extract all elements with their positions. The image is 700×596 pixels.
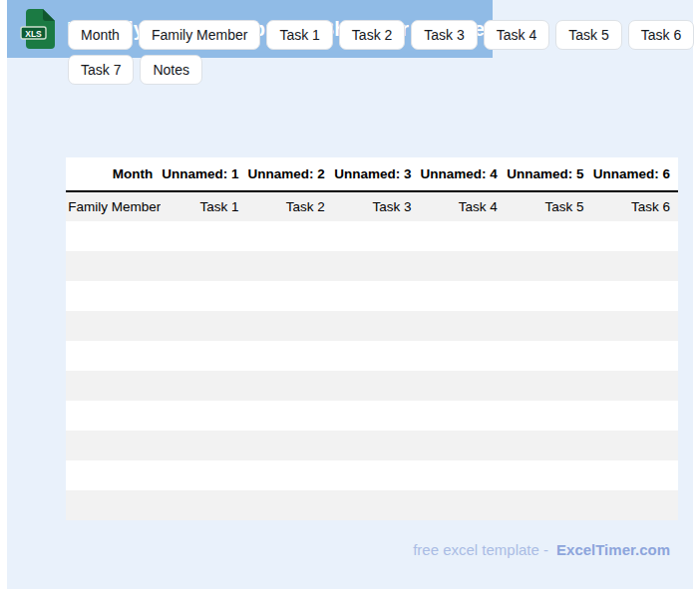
table-cell	[247, 401, 333, 431]
table-cell	[161, 341, 246, 371]
table-cell	[592, 311, 678, 341]
table-cell: Task 2	[247, 191, 333, 221]
column-header: Unnamed: 6	[592, 157, 678, 191]
table-cell	[420, 341, 506, 371]
table-row: 4	[66, 311, 678, 341]
table-cell	[247, 311, 333, 341]
table-cell: Task 4	[420, 191, 506, 221]
table-cell	[506, 251, 592, 281]
table-cell	[592, 221, 678, 251]
column-chip[interactable]: Task 5	[555, 20, 621, 50]
table-cell	[420, 460, 506, 490]
table-cell	[333, 371, 420, 401]
column-header: Unnamed: 2	[247, 157, 333, 191]
table-cell	[506, 490, 592, 520]
table-cell	[161, 490, 246, 520]
page-background: XLS Monthly Task Distribution Sheet for …	[7, 0, 693, 589]
column-chip[interactable]: Family Member	[139, 20, 260, 50]
table-cell	[67, 251, 161, 281]
column-chip[interactable]: Task 2	[339, 20, 405, 50]
column-header: Unnamed: 1	[161, 157, 246, 191]
table-cell	[333, 490, 420, 520]
table-cell	[592, 251, 678, 281]
table-cell	[247, 341, 333, 371]
table-cell	[506, 460, 592, 490]
table-cell	[420, 371, 506, 401]
table-row: 10	[66, 490, 678, 520]
table-cell	[592, 281, 678, 311]
table-cell	[333, 311, 420, 341]
data-table: MonthUnnamed: 1Unnamed: 2Unnamed: 3Unnam…	[66, 157, 678, 520]
table-cell	[333, 431, 420, 460]
table-cell	[247, 281, 333, 311]
svg-text:XLS: XLS	[25, 28, 42, 38]
table-cell	[67, 341, 161, 371]
table-cell	[247, 490, 333, 520]
table-cell	[333, 221, 420, 251]
column-chip-list: MonthFamily MemberTask 1Task 2Task 3Task…	[68, 20, 696, 85]
table-cell	[333, 401, 420, 431]
table-row: 6	[66, 371, 678, 401]
table-cell	[506, 371, 592, 401]
table-cell	[67, 371, 161, 401]
table-cell	[506, 281, 592, 311]
table-cell	[592, 401, 678, 431]
table-cell: Task 5	[506, 191, 592, 221]
table-cell	[333, 460, 420, 490]
table-row: 3	[66, 281, 678, 311]
column-header: Month	[67, 157, 161, 191]
table-header-row: MonthUnnamed: 1Unnamed: 2Unnamed: 3Unnam…	[66, 157, 678, 191]
table-row: 5	[66, 341, 678, 371]
table-cell	[592, 341, 678, 371]
table-cell	[67, 460, 161, 490]
column-chip[interactable]: Notes	[140, 55, 202, 85]
table-cell	[67, 431, 161, 460]
table-cell	[247, 431, 333, 460]
column-chip[interactable]: Task 1	[266, 20, 332, 50]
table-cell	[161, 431, 246, 460]
table-cell	[592, 431, 678, 460]
table-cell	[247, 221, 333, 251]
table-cell	[67, 401, 161, 431]
footer: free excel template -ExcelTimer.com	[413, 541, 670, 558]
table-cell	[506, 401, 592, 431]
table-row: 8	[66, 431, 678, 460]
table-cell	[420, 490, 506, 520]
table-cell: Family Member	[67, 191, 161, 221]
table-cell	[506, 311, 592, 341]
table-cell	[420, 251, 506, 281]
table-cell	[592, 371, 678, 401]
column-header: Unnamed: 4	[420, 157, 506, 191]
table-row: 7	[66, 401, 678, 431]
column-header: Unnamed: 3	[333, 157, 420, 191]
column-header: Unnamed: 5	[506, 157, 592, 191]
table-cell	[420, 431, 506, 460]
column-chip[interactable]: Task 4	[484, 20, 549, 50]
footer-brand-link[interactable]: ExcelTimer.com	[556, 541, 670, 558]
table-cell	[592, 490, 678, 520]
table-cell	[420, 311, 506, 341]
xls-file-icon: XLS	[20, 8, 57, 51]
column-chip[interactable]: Month	[68, 20, 133, 50]
table-cell	[506, 431, 592, 460]
table-cell	[247, 460, 333, 490]
table-row: 0Family MemberTask 1Task 2Task 3Task 4Ta…	[66, 191, 678, 221]
table-cell	[161, 460, 246, 490]
table-cell	[161, 281, 246, 311]
table-cell	[506, 341, 592, 371]
table-cell	[161, 371, 246, 401]
column-chip[interactable]: Task 6	[628, 20, 694, 50]
table-body: 0Family MemberTask 1Task 2Task 3Task 4Ta…	[66, 191, 678, 520]
table-cell	[247, 371, 333, 401]
spreadsheet-preview[interactable]: MonthUnnamed: 1Unnamed: 2Unnamed: 3Unnam…	[66, 157, 678, 521]
table-cell	[420, 221, 506, 251]
table-row: 2	[66, 251, 678, 281]
column-chip[interactable]: Task 7	[68, 55, 134, 85]
table-cell: Task 6	[592, 191, 678, 221]
table-cell	[67, 281, 161, 311]
table-cell	[67, 221, 161, 251]
table-cell	[592, 460, 678, 490]
table-cell	[67, 490, 161, 520]
table-cell	[161, 251, 246, 281]
column-chip[interactable]: Task 3	[411, 20, 477, 50]
